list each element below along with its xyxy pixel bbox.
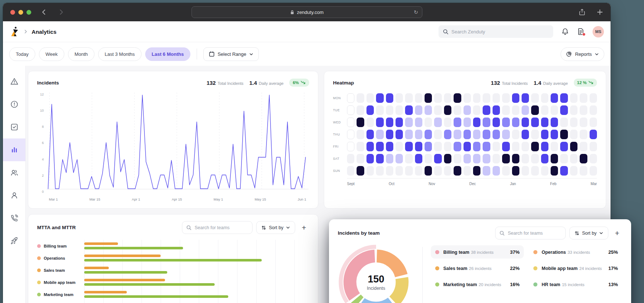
- heatmap-cell[interactable]: [396, 105, 403, 115]
- heatmap-cell[interactable]: [531, 130, 539, 139]
- heatmap-cell[interactable]: [425, 154, 432, 163]
- heatmap-cell[interactable]: [512, 142, 519, 151]
- heatmap-cell[interactable]: [405, 93, 412, 103]
- heatmap-cell[interactable]: [483, 118, 490, 127]
- heatmap-cell[interactable]: [425, 130, 432, 139]
- heatmap-cell[interactable]: [560, 142, 568, 151]
- heatmap-cell[interactable]: [396, 118, 403, 127]
- sort-by-button[interactable]: Sort by: [256, 221, 295, 234]
- heatmap-cell[interactable]: [483, 93, 490, 103]
- heatmap-cell[interactable]: [502, 130, 509, 139]
- zenduty-logo[interactable]: [10, 26, 21, 37]
- heatmap-cell[interactable]: [483, 105, 490, 115]
- heatmap-cell[interactable]: [405, 154, 412, 163]
- heatmap-cell[interactable]: [590, 118, 597, 127]
- heatmap-cell[interactable]: [386, 118, 393, 127]
- heatmap-cell[interactable]: [473, 93, 480, 103]
- filter-pill-last-3-months[interactable]: Last 3 Months: [98, 47, 142, 61]
- heatmap-cell[interactable]: [434, 142, 441, 151]
- heatmap-cell[interactable]: [415, 154, 422, 163]
- heatmap-cell[interactable]: [522, 118, 529, 127]
- heatmap-cell[interactable]: [347, 166, 354, 176]
- refresh-icon[interactable]: ↻: [414, 9, 418, 15]
- heatmap-cell[interactable]: [560, 118, 568, 127]
- heatmap-cell[interactable]: [357, 93, 364, 103]
- heatmap-cell[interactable]: [464, 166, 471, 176]
- heatmap-cell[interactable]: [493, 105, 500, 115]
- heatmap-cell[interactable]: [357, 130, 364, 139]
- heatmap-cell[interactable]: [483, 142, 490, 151]
- heatmap-cell[interactable]: [376, 118, 383, 127]
- global-search-input[interactable]: [451, 29, 549, 35]
- heatmap-cell[interactable]: [493, 93, 500, 103]
- heatmap-cell[interactable]: [522, 166, 529, 176]
- heatmap-cell[interactable]: [502, 118, 509, 127]
- mtta-bar[interactable]: [84, 267, 109, 269]
- add-widget-button[interactable]: +: [612, 228, 622, 238]
- heatmap-cell[interactable]: [347, 130, 354, 139]
- heatmap-cell[interactable]: [444, 105, 451, 115]
- heatmap-cell[interactable]: [551, 166, 558, 176]
- heatmap-cell[interactable]: [580, 166, 587, 176]
- heatmap-cell[interactable]: [386, 105, 393, 115]
- heatmap-cell[interactable]: [580, 93, 587, 103]
- heatmap-cell[interactable]: [366, 118, 374, 127]
- heatmap-cell[interactable]: [464, 142, 471, 151]
- add-widget-button[interactable]: +: [299, 223, 309, 233]
- mttr-bar[interactable]: [84, 295, 228, 298]
- heatmap-cell[interactable]: [454, 142, 461, 151]
- zoom-window-button[interactable]: [26, 10, 31, 15]
- heatmap-cell[interactable]: [590, 154, 597, 163]
- heatmap-cell[interactable]: [522, 130, 529, 139]
- heatmap-cell[interactable]: [473, 105, 480, 115]
- close-window-button[interactable]: [10, 10, 15, 15]
- heatmap-cell[interactable]: [357, 118, 364, 127]
- heatmap-cell[interactable]: [541, 154, 548, 163]
- heatmap-cell[interactable]: [415, 130, 422, 139]
- browser-back-icon[interactable]: [41, 9, 47, 15]
- mtta-bar[interactable]: [84, 242, 118, 245]
- heatmap-cell[interactable]: [347, 118, 354, 127]
- heatmap-cell[interactable]: [473, 154, 480, 163]
- heatmap-cell[interactable]: [464, 105, 471, 115]
- sidebar-item-alerts[interactable]: [3, 93, 25, 116]
- sidebar-item-users[interactable]: [3, 184, 25, 207]
- mttr-bar[interactable]: [84, 259, 262, 261]
- heatmap-cell[interactable]: [386, 93, 393, 103]
- filter-pill-last-6-months[interactable]: Last 6 Months: [145, 47, 190, 61]
- mttr-bar[interactable]: [84, 271, 167, 274]
- heatmap-cell[interactable]: [570, 166, 577, 176]
- heatmap-cell[interactable]: [434, 105, 441, 115]
- heatmap-cell[interactable]: [531, 118, 539, 127]
- heatmap-cell[interactable]: [376, 154, 383, 163]
- heatmap-cell[interactable]: [473, 166, 480, 176]
- heatmap-cell[interactable]: [444, 93, 451, 103]
- heatmap-cell[interactable]: [590, 142, 597, 151]
- legend-item[interactable]: Marketing team 20 incidents 16%: [431, 278, 524, 291]
- heatmap-cell[interactable]: [405, 118, 412, 127]
- heatmap-cell[interactable]: [551, 142, 558, 151]
- heatmap-cell[interactable]: [531, 105, 539, 115]
- share-icon[interactable]: [579, 8, 586, 16]
- heatmap-cell[interactable]: [464, 130, 471, 139]
- team-search[interactable]: [495, 227, 566, 239]
- heatmap-cell[interactable]: [347, 142, 354, 151]
- filter-pill-today[interactable]: Today: [9, 47, 35, 61]
- heatmap-cell[interactable]: [396, 142, 403, 151]
- mtta-bar[interactable]: [84, 255, 161, 257]
- heatmap-cell[interactable]: [570, 142, 577, 151]
- heatmap-cell[interactable]: [541, 93, 548, 103]
- heatmap-cell[interactable]: [580, 154, 587, 163]
- mtta-bar[interactable]: [84, 291, 127, 293]
- legend-item[interactable]: Mobile app team 24 incidents 17%: [529, 261, 622, 275]
- heatmap-cell[interactable]: [473, 130, 480, 139]
- heatmap-cell[interactable]: [590, 130, 597, 139]
- heatmap-cell[interactable]: [493, 130, 500, 139]
- heatmap-cell[interactable]: [357, 154, 364, 163]
- heatmap-cell[interactable]: [570, 105, 577, 115]
- heatmap-cell[interactable]: [560, 93, 568, 103]
- heatmap-cell[interactable]: [386, 130, 393, 139]
- activity-log-icon[interactable]: [577, 28, 584, 36]
- heatmap-cell[interactable]: [444, 154, 451, 163]
- heatmap-cell[interactable]: [434, 154, 441, 163]
